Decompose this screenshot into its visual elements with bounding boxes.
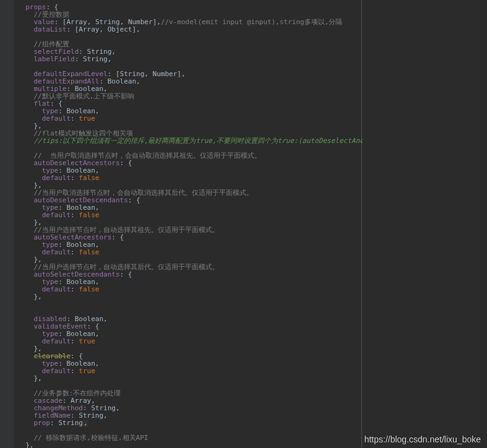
code-line[interactable]: //默认非平面模式,上下级不影响 [17,93,361,100]
code-line[interactable]: default: true [17,338,361,345]
editor-minimap[interactable] [363,0,487,448]
code-line[interactable]: prop: String, [17,420,361,427]
code-line[interactable]: default: false [17,212,361,219]
code-line[interactable]: default: false [17,286,361,293]
code-line[interactable] [17,301,361,308]
code-line[interactable]: dataList: [Array, Object], [17,26,361,33]
code-line[interactable]: //tips:以下四个组须有一定的排斥,最好两两配置为true,不要同时设置四个… [17,137,361,145]
code-line[interactable]: // 移除数据请求,校验特征,相关API [17,434,361,442]
code-line[interactable]: }, [17,293,361,301]
code-content[interactable]: props: { //受控数据 value: [Array, String, N… [14,4,361,448]
code-area[interactable]: props: { //受控数据 value: [Array, String, N… [14,0,362,448]
code-line[interactable]: default: false [17,249,361,256]
code-line[interactable]: }, [17,375,361,382]
code-line[interactable]: labelField: String, [17,56,361,63]
code-line[interactable]: default: true [17,115,361,123]
code-editor: props: { //受控数据 value: [Array, String, N… [0,0,487,448]
code-line[interactable]: default: true [17,368,361,375]
code-line[interactable]: default: false [17,174,361,182]
code-line[interactable]: }, [17,442,361,448]
editor-gutter [0,0,14,448]
